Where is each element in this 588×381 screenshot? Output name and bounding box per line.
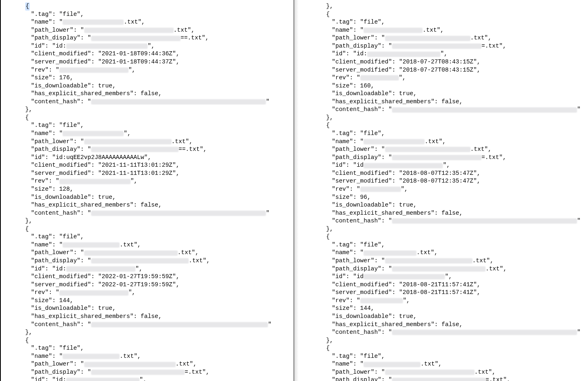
json-line: }, xyxy=(8,329,292,337)
json-line: "client_modified": "2018-08-07T12:35:47Z… xyxy=(309,170,586,178)
redacted-text xyxy=(91,322,268,327)
json-line: "path_lower": " .txt", xyxy=(8,26,292,35)
json-line: "content_hash": " " xyxy=(8,321,292,329)
redacted-text xyxy=(385,258,473,263)
json-line: }, xyxy=(309,337,586,345)
json-line: "name": " .txt", xyxy=(309,249,586,257)
json-line: "has_explicit_shared_members": false, xyxy=(8,90,292,98)
json-line: ".tag": "file", xyxy=(309,241,586,249)
json-line: "is_downloadable": true, xyxy=(309,313,586,321)
json-line: "client_modified": "2018-08-21T11:57:41Z… xyxy=(309,281,586,289)
json-line: "rev": " ", xyxy=(309,74,586,82)
json-line: "name": " .txt", xyxy=(8,353,292,361)
json-line: "path_lower": " .txt", xyxy=(309,34,586,42)
redacted-text xyxy=(63,131,124,136)
redacted-text xyxy=(385,370,475,375)
json-line: "client_modified": "2018-07-27T08:43:15Z… xyxy=(309,58,586,66)
json-line: "server_modified": "2022-01-27T19:59:59Z… xyxy=(8,281,292,289)
json-line: "id": "id:uqEE2vp2J8AAAAAAAAAALw", xyxy=(8,154,292,162)
json-line: "path_display": " ==.txt", xyxy=(8,146,292,154)
json-line: ".tag": "file", xyxy=(309,353,586,361)
json-line: "path_lower": " .txt", xyxy=(309,368,586,377)
json-line: "id": "id: ", xyxy=(8,42,292,50)
json-line: { xyxy=(8,114,292,122)
json-line: "size": 144, xyxy=(8,297,292,305)
json-line: "server_modified": "2021-01-18T09:44:37Z… xyxy=(8,58,292,66)
json-line: "name": " .txt", xyxy=(309,26,586,35)
json-line: "id": "id: ", xyxy=(8,265,292,273)
json-line: "path_display": " =.txt", xyxy=(309,154,586,162)
json-line: "content_hash": " " xyxy=(309,329,586,337)
redacted-text xyxy=(392,155,481,160)
json-line: }, xyxy=(309,225,586,233)
redacted-text xyxy=(59,179,131,184)
json-line: "rev": " ", xyxy=(8,66,292,74)
redacted-text xyxy=(84,250,178,256)
redacted-text xyxy=(63,242,120,248)
redacted-text xyxy=(59,67,128,73)
redacted-text xyxy=(392,330,577,335)
redacted-text xyxy=(66,44,148,49)
json-line: { xyxy=(309,11,586,19)
redacted-text xyxy=(392,266,486,272)
json-line: "client_modified": "2021-01-18T09:44:36Z… xyxy=(8,50,292,58)
json-line: "server_modified": "2018-08-07T12:35:47Z… xyxy=(309,177,586,185)
json-line: "size": 160, xyxy=(309,82,586,90)
redacted-text xyxy=(84,139,172,144)
json-line: "size": 96, xyxy=(309,194,586,202)
json-line: "path_lower": " .txt", xyxy=(309,146,586,154)
json-line: "is_downloadable": true, xyxy=(8,305,292,313)
json-line: "path_lower": " .txt", xyxy=(8,138,292,146)
redacted-text xyxy=(59,290,128,296)
json-line: "id": "id ", xyxy=(309,273,586,281)
json-line: "path_display": " .txt", xyxy=(309,265,586,273)
json-line: "has_explicit_shared_members": false, xyxy=(309,98,586,106)
json-line: "path_lower": " .txt", xyxy=(309,257,586,265)
json-line: "name": " .txt", xyxy=(8,18,292,26)
redacted-text xyxy=(360,75,399,81)
json-line: { xyxy=(309,122,586,130)
redacted-text xyxy=(364,250,416,256)
json-line: ".tag": "file", xyxy=(8,233,292,241)
json-line: "id": "id ", xyxy=(309,161,586,170)
json-line: "id": "id: ", xyxy=(309,50,586,58)
redacted-text xyxy=(364,28,422,33)
json-line: "size": 128, xyxy=(8,185,292,194)
json-line: { xyxy=(309,233,586,241)
json-line: "path_lower": " .txt", xyxy=(8,360,292,368)
redacted-text xyxy=(392,378,486,381)
json-line: "is_downloadable": true, xyxy=(8,82,292,90)
redacted-text xyxy=(364,274,445,279)
json-line: ".tag": "file", xyxy=(8,122,292,130)
json-line: "path_display": " =.txt", xyxy=(309,42,586,50)
json-line: "path_display": " ==.txt", xyxy=(8,34,292,42)
redacted-text xyxy=(367,52,440,57)
json-line: }, xyxy=(8,106,292,114)
json-line: ".tag": "file", xyxy=(8,344,292,353)
json-line: "path_display": " .txt", xyxy=(8,257,292,265)
json-line: "is_downloadable": true, xyxy=(309,201,586,209)
json-line: { xyxy=(309,344,586,353)
json-line: ".tag": "file", xyxy=(309,130,586,138)
redacted-text xyxy=(91,258,189,263)
json-line: "content_hash": " " xyxy=(309,106,586,114)
json-line: }, xyxy=(309,2,586,11)
json-line: "has_explicit_shared_members": false, xyxy=(8,313,292,321)
json-line: ".tag": "file", xyxy=(8,11,292,19)
redacted-text xyxy=(91,36,181,41)
json-line: "size": 176, xyxy=(8,74,292,82)
json-line: "name": " ", xyxy=(8,130,292,138)
json-line: "name": " .txt", xyxy=(309,360,586,368)
json-line: "name": " .txt", xyxy=(309,138,586,146)
json-line: "path_display": " =.txt", xyxy=(8,368,292,377)
redacted-text xyxy=(392,107,577,113)
redacted-text xyxy=(91,370,185,375)
redacted-text xyxy=(360,298,403,303)
json-line: "path_lower": " .txt", xyxy=(8,249,292,257)
page-right: },{".tag": "file","name": " .txt","path_… xyxy=(294,0,588,381)
json-line: "rev": " ", xyxy=(309,297,586,305)
redacted-text xyxy=(66,378,139,381)
json-line: "has_explicit_shared_members": false, xyxy=(309,209,586,218)
json-line: "is_downloadable": true, xyxy=(309,90,586,98)
redacted-text xyxy=(364,139,425,144)
